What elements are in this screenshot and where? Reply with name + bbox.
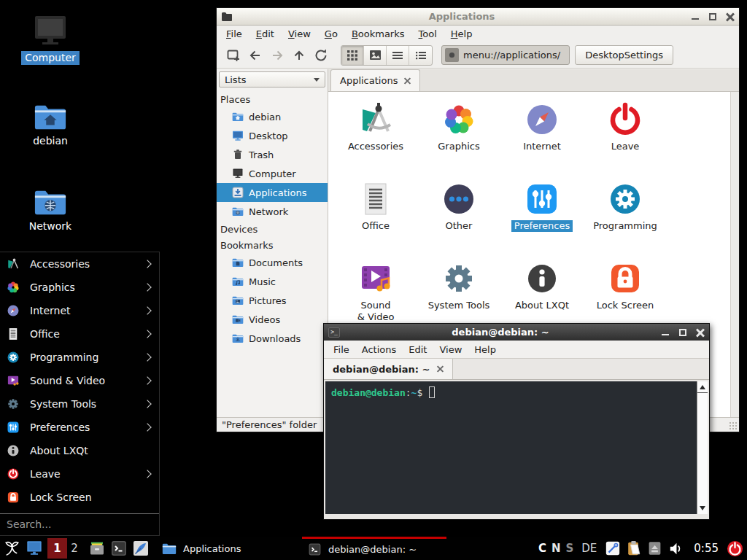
workspace-1-button[interactable]: 1 bbox=[47, 538, 67, 559]
terminal-scrollbar[interactable] bbox=[697, 381, 708, 514]
eject-tray-icon[interactable] bbox=[647, 540, 662, 556]
terminal-tab[interactable]: debian@debian: ~ bbox=[324, 359, 453, 379]
menu-item-accessories[interactable]: Accessories bbox=[0, 252, 159, 276]
main-menu-button[interactable] bbox=[0, 537, 23, 560]
sidebar-item-documents[interactable]: Documents bbox=[217, 253, 328, 272]
clock[interactable]: 0:55 bbox=[694, 542, 719, 555]
fm-menu-go[interactable]: Go bbox=[325, 28, 338, 39]
reload-button[interactable] bbox=[310, 45, 332, 66]
tab-close-icon[interactable] bbox=[404, 77, 411, 84]
fm-menu-tool[interactable]: Tool bbox=[419, 28, 437, 39]
fm-menu-view[interactable]: View bbox=[288, 28, 311, 39]
minimize-icon[interactable] bbox=[661, 328, 670, 337]
sidebar-item-pictures[interactable]: Pictures bbox=[217, 291, 328, 310]
quicklaunch-featherpad[interactable] bbox=[130, 537, 152, 560]
capslock-indicator[interactable]: C bbox=[538, 542, 546, 555]
term-menu-actions[interactable]: Actions bbox=[362, 344, 397, 355]
quicklaunch-terminal[interactable] bbox=[108, 537, 130, 560]
desktop-icon-computer[interactable]: Computer bbox=[14, 15, 87, 65]
maximize-icon[interactable] bbox=[678, 328, 687, 337]
fm-menu-file[interactable]: File bbox=[226, 28, 242, 39]
term-menu-view[interactable]: View bbox=[439, 344, 462, 355]
menu-item-internet[interactable]: Internet bbox=[0, 299, 159, 322]
menu-item-preferences[interactable]: Preferences bbox=[0, 416, 159, 439]
search-input[interactable]: Search... bbox=[0, 514, 159, 534]
new-tab-button[interactable] bbox=[222, 45, 244, 66]
sidebar-item-computer[interactable]: Computer bbox=[217, 164, 328, 183]
fm-menu-edit[interactable]: Edit bbox=[256, 28, 274, 39]
power-button[interactable] bbox=[727, 540, 743, 557]
folder-accessories[interactable]: Accessories bbox=[334, 101, 417, 180]
submenu-chevron-icon bbox=[143, 306, 151, 314]
keyboard-layout-indicator[interactable]: DE bbox=[581, 542, 597, 555]
menu-item-system-tools[interactable]: System Tools bbox=[0, 392, 159, 416]
fm-titlebar[interactable]: Applications bbox=[217, 8, 739, 26]
detailed-view-button[interactable] bbox=[409, 46, 432, 65]
path-segment-child[interactable]: DesktopSettings bbox=[575, 45, 673, 65]
about-icon bbox=[525, 261, 560, 296]
resize-grip[interactable] bbox=[729, 421, 738, 430]
menu-item-lock-screen[interactable]: Lock Screen bbox=[0, 486, 159, 509]
fm-menu-help[interactable]: Help bbox=[451, 28, 473, 39]
up-button[interactable] bbox=[288, 45, 310, 66]
tab-applications[interactable]: Applications bbox=[330, 69, 420, 91]
thumbnail-view-button[interactable] bbox=[364, 46, 387, 65]
show-desktop-button[interactable] bbox=[23, 537, 45, 560]
volume-tray-icon[interactable] bbox=[667, 540, 684, 557]
computer-icon bbox=[14, 15, 87, 48]
terminal-titlebar[interactable]: >_ debian@debian: ~ bbox=[324, 324, 709, 341]
task-button-terminal[interactable]: debian@debian: ~ bbox=[302, 537, 446, 560]
minimize-icon[interactable] bbox=[691, 12, 700, 21]
menu-item-sound-video[interactable]: Sound & Video bbox=[0, 369, 159, 392]
tab-close-icon[interactable] bbox=[437, 366, 444, 373]
scroll-up-icon[interactable] bbox=[697, 382, 708, 392]
path-segment-current[interactable]: menu://applications/ bbox=[441, 45, 570, 65]
terminal-view[interactable]: debian@debian:~$ bbox=[325, 381, 708, 514]
scrolllock-indicator[interactable]: S bbox=[565, 542, 573, 555]
screenshot-tray-icon[interactable] bbox=[605, 540, 621, 556]
folder-office[interactable]: Office bbox=[334, 180, 417, 260]
folder-internet[interactable]: Internet bbox=[500, 101, 584, 180]
sidebar-item-videos[interactable]: Videos bbox=[217, 310, 328, 329]
sidebar-mode-select[interactable]: Lists bbox=[219, 71, 325, 88]
clipboard-tray-icon[interactable] bbox=[626, 540, 642, 556]
desktop-icon-network[interactable]: Network bbox=[14, 187, 87, 233]
sidebar-item-music[interactable]: Music bbox=[217, 272, 328, 291]
icon-view-button[interactable] bbox=[341, 46, 364, 65]
workspace-2-button[interactable]: 2 bbox=[67, 542, 82, 555]
task-button-applications[interactable]: Applications bbox=[156, 537, 302, 560]
maximize-icon[interactable] bbox=[708, 12, 717, 21]
close-icon[interactable] bbox=[696, 328, 705, 337]
sidebar-item-downloads[interactable]: Downloads bbox=[217, 329, 328, 348]
sidebar-item-network[interactable]: Network bbox=[217, 202, 328, 221]
back-button[interactable] bbox=[244, 45, 266, 66]
folder-leave[interactable]: Leave bbox=[584, 101, 667, 180]
menu-item-office[interactable]: Office bbox=[0, 322, 159, 346]
compact-view-button[interactable] bbox=[387, 46, 409, 65]
sidebar-item-applications[interactable]: Applications bbox=[217, 183, 328, 202]
term-menu-help[interactable]: Help bbox=[474, 344, 496, 355]
address-child-text: DesktopSettings bbox=[585, 50, 663, 61]
scroll-down-icon[interactable] bbox=[697, 503, 708, 513]
sidebar-item-trash[interactable]: Trash bbox=[217, 145, 328, 164]
folder-other[interactable]: Other bbox=[417, 180, 500, 260]
desktop-icon-home[interactable]: debian bbox=[14, 102, 87, 148]
folder-view-scrollbar[interactable] bbox=[730, 92, 739, 417]
menu-item-programming[interactable]: Programming bbox=[0, 346, 159, 369]
menu-item-about-lxqt[interactable]: About LXQt bbox=[0, 439, 159, 462]
sidebar-item-desktop[interactable]: Desktop bbox=[217, 126, 328, 145]
term-menu-file[interactable]: File bbox=[333, 344, 349, 355]
term-menu-edit[interactable]: Edit bbox=[409, 344, 427, 355]
numlock-indicator[interactable]: N bbox=[551, 542, 561, 555]
scrollbar-thumb[interactable] bbox=[697, 392, 708, 395]
fm-menu-bookmarks[interactable]: Bookmarks bbox=[352, 28, 405, 39]
menu-item-graphics[interactable]: Graphics bbox=[0, 276, 159, 299]
close-icon[interactable] bbox=[726, 12, 735, 21]
menu-item-leave[interactable]: Leave bbox=[0, 462, 159, 486]
forward-button[interactable] bbox=[266, 45, 288, 66]
folder-graphics[interactable]: Graphics bbox=[417, 101, 500, 180]
folder-preferences[interactable]: Preferences bbox=[500, 180, 584, 260]
sidebar-item-home[interactable]: debian bbox=[217, 107, 328, 126]
folder-programming[interactable]: Programming bbox=[584, 180, 667, 260]
quicklaunch-file-manager[interactable] bbox=[86, 537, 108, 560]
